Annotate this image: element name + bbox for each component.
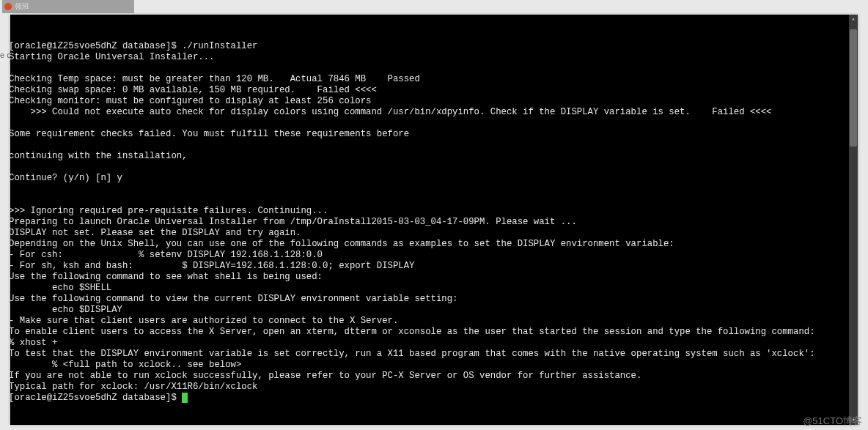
terminal-line: - For csh: % setenv DISPLAY 192.168.1.12… <box>10 250 858 261</box>
terminal-line: DISPLAY not set. Please set the DISPLAY … <box>10 228 858 239</box>
terminal-line: Preparing to launch Oracle Universal Ins… <box>10 217 858 228</box>
terminal-line <box>10 162 858 173</box>
terminal-line: >>> Could not execute auto check for dis… <box>10 107 858 118</box>
scroll-up-arrow[interactable]: ▴ <box>849 15 858 23</box>
terminal-cursor <box>182 393 188 403</box>
terminal-line: >>> Ignoring required pre-requisite fail… <box>10 206 858 217</box>
terminal-line: Use the following command to view the cu… <box>10 294 858 305</box>
terminal-line: - For sh, ksh and bash: $ DISPLAY=192.16… <box>10 261 858 272</box>
terminal-line: % xhost + <box>10 338 858 349</box>
terminal-line: % <full path to xclock.. see below> <box>10 360 858 371</box>
tab-close-icon[interactable] <box>4 3 12 10</box>
terminal-line <box>10 140 858 151</box>
terminal-line: echo $DISPLAY <box>10 305 858 316</box>
tab-label[interactable]: 领班 <box>15 1 29 12</box>
terminal-line: Some requirement checks failed. You must… <box>10 129 858 140</box>
terminal-line: echo $SHELL <box>10 283 858 294</box>
terminal-line: Checking Temp space: must be greater tha… <box>10 74 858 85</box>
terminal-scrollbar[interactable]: ▴ ▾ <box>849 15 858 425</box>
terminal-prompt-line[interactable]: [oracle@iZ25svoe5dhZ database]$ <box>10 393 858 404</box>
terminal-line: Typical path for xclock: /usr/X11R6/bin/… <box>10 382 858 393</box>
terminal-window[interactable]: [oracle@iZ25svoe5dhZ database]$ ./runIns… <box>10 15 858 425</box>
terminal-line <box>10 63 858 74</box>
terminal-line <box>10 118 858 129</box>
scroll-thumb[interactable] <box>850 29 857 147</box>
terminal-line: Starting Oracle Universal Installer... <box>10 52 858 63</box>
terminal-line: Checking monitor: must be configured to … <box>10 96 858 107</box>
browser-tab-bar: 领班 <box>2 0 134 13</box>
watermark-text: @51CTO博客 <box>803 415 862 428</box>
terminal-line: To test that the DISPLAY environment var… <box>10 349 858 360</box>
terminal-line: To enable client users to access the X S… <box>10 327 858 338</box>
terminal-line: Continue? (y/n) [n] y <box>10 173 858 184</box>
terminal-line <box>10 195 858 206</box>
terminal-output: [oracle@iZ25svoe5dhZ database]$ ./runIns… <box>10 37 858 404</box>
terminal-line: [oracle@iZ25svoe5dhZ database]$ ./runIns… <box>10 41 858 52</box>
terminal-line <box>10 184 858 195</box>
terminal-line: Checking swap space: 0 MB available, 150… <box>10 85 858 96</box>
terminal-line: Use the following command to see what sh… <box>10 272 858 283</box>
terminal-line: Depending on the Unix Shell, you can use… <box>10 239 858 250</box>
terminal-line: If you are not able to run xclock succes… <box>10 371 858 382</box>
terminal-line: continuing with the installation, <box>10 151 858 162</box>
terminal-line: - Make sure that client users are author… <box>10 316 858 327</box>
page-background-text: e c <box>0 51 11 59</box>
